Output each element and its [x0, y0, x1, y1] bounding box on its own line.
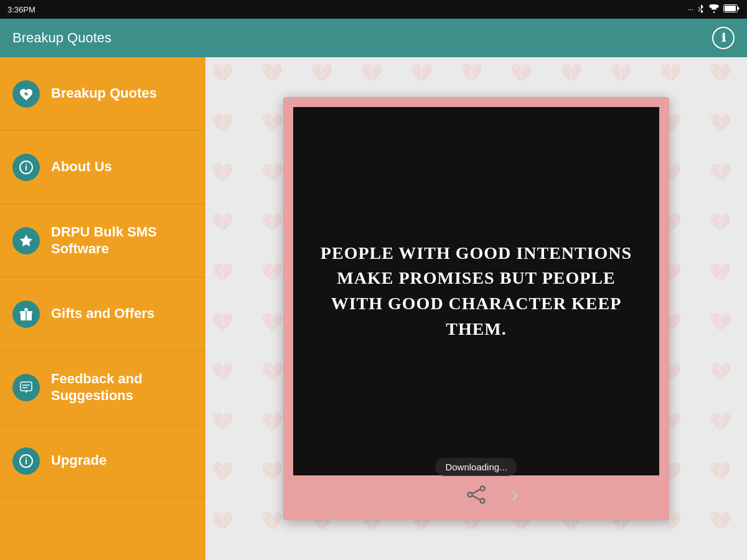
share-button[interactable]: [466, 485, 486, 505]
sidebar-label-about-us: About Us: [51, 159, 112, 175]
svg-line-21: [472, 496, 481, 500]
sidebar-item-gifts-offers[interactable]: Gifts and Offers: [0, 278, 205, 351]
quote-card: PEOPLE WITH GOOD INTENTIONS MAKE PROMISE…: [283, 97, 669, 520]
main-layout: Breakup Quotes i About Us DRPU Bulk SMS …: [0, 57, 747, 560]
sidebar-label-upgrade: Upgrade: [51, 452, 106, 469]
svg-point-17: [481, 487, 485, 491]
info-circle-icon: i: [12, 154, 40, 181]
feedback-icon: [12, 374, 40, 401]
quote-inner: PEOPLE WITH GOOD INTENTIONS MAKE PROMISE…: [293, 107, 659, 475]
sidebar-label-feedback: Feedback and Suggestions: [51, 371, 193, 404]
sidebar-label-gifts-offers: Gifts and Offers: [51, 306, 154, 322]
info-button[interactable]: ℹ: [712, 27, 735, 49]
wifi-icon: [708, 4, 720, 15]
app-bar: Breakup Quotes ℹ: [0, 19, 747, 57]
upgrade-info-icon: i: [12, 447, 40, 475]
gift-icon: [12, 301, 40, 328]
sidebar-item-upgrade[interactable]: i Upgrade: [0, 424, 205, 498]
svg-rect-2: [725, 6, 736, 11]
svg-point-0: [713, 11, 715, 12]
sidebar-item-drpu-sms[interactable]: DRPU Bulk SMS Software: [0, 204, 205, 278]
sidebar-item-breakup-quotes[interactable]: Breakup Quotes: [0, 57, 205, 131]
svg-text:i: i: [25, 456, 27, 466]
status-bar: 3:36PM ···: [0, 0, 747, 19]
share-icon: [466, 485, 486, 505]
signal-icon: ···: [687, 5, 693, 14]
status-time: 3:36PM: [7, 5, 35, 14]
bluetooth-icon: [697, 4, 705, 16]
downloading-badge: Downloading...: [435, 458, 517, 476]
svg-line-20: [472, 490, 481, 494]
sidebar-label-drpu-sms: DRPU Bulk SMS Software: [51, 224, 193, 257]
sidebar-label-breakup-quotes: Breakup Quotes: [51, 85, 157, 101]
star-icon: [12, 227, 40, 254]
quote-text: PEOPLE WITH GOOD INTENTIONS MAKE PROMISE…: [318, 241, 634, 342]
card-controls: Downloading... ‹ ›: [293, 475, 659, 510]
broken-heart-icon: [12, 80, 40, 108]
sidebar-item-feedback[interactable]: Feedback and Suggestions: [0, 351, 205, 424]
sidebar: Breakup Quotes i About Us DRPU Bulk SMS …: [0, 57, 205, 560]
svg-text:i: i: [25, 162, 27, 172]
prev-button[interactable]: ‹: [434, 482, 441, 508]
app-title: Breakup Quotes: [12, 30, 111, 46]
status-icons: ···: [687, 4, 740, 16]
battery-icon: [723, 4, 740, 14]
next-button[interactable]: ›: [511, 482, 519, 508]
content-area: 💔 → PEOPLE WITH GOOD INTENTIONS MAKE PRO…: [205, 57, 747, 560]
svg-point-18: [468, 493, 472, 497]
svg-rect-9: [21, 382, 32, 391]
sidebar-bottom: [0, 498, 205, 560]
sidebar-item-about-us[interactable]: i About Us: [0, 131, 205, 204]
svg-point-19: [481, 499, 485, 503]
